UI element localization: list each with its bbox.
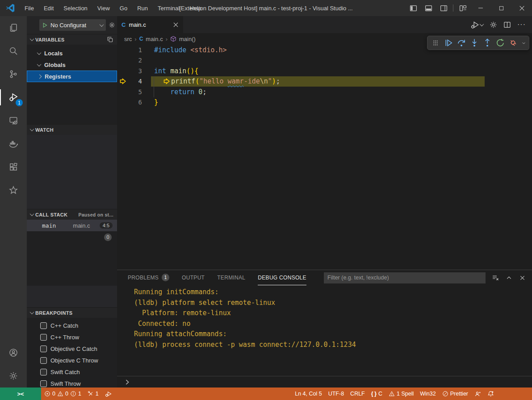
toggle-primary-sidebar-icon[interactable] xyxy=(406,0,421,16)
breakpoint-checkbox[interactable] xyxy=(40,322,47,329)
breakpoints-pane-header[interactable]: BREAKPOINTS xyxy=(27,307,117,318)
code-line[interactable]: 2 xyxy=(117,55,532,66)
code-line[interactable]: 4 printf("hello wamr-ide\n"); xyxy=(117,76,532,87)
copy-icon[interactable] xyxy=(107,36,113,43)
split-editor-icon[interactable] xyxy=(503,21,511,29)
menu-terminal[interactable]: Terminal xyxy=(153,0,184,16)
toggle-secondary-sidebar-icon[interactable] xyxy=(436,0,451,16)
spell-checker-item[interactable]: 1 Spell xyxy=(385,391,417,397)
activity-item-extensions[interactable] xyxy=(0,155,27,179)
platform-item[interactable]: Win32 xyxy=(417,391,439,397)
variables-pane-header[interactable]: VARIABLES xyxy=(27,34,117,45)
variables-item-locals[interactable]: Locals xyxy=(27,47,117,59)
breakpoint-row[interactable]: C++ Catch xyxy=(27,320,117,331)
encoding-item[interactable]: UTF-8 xyxy=(325,391,347,397)
panel-tab-terminal[interactable]: TERMINAL xyxy=(217,270,245,285)
toggle-panel-icon[interactable] xyxy=(421,0,436,16)
close-panel-icon[interactable] xyxy=(517,272,528,283)
close-window-button[interactable] xyxy=(511,0,532,16)
maximize-button[interactable] xyxy=(491,0,511,16)
call-stack-pane-header[interactable]: CALL STACK Paused on st... xyxy=(27,209,117,220)
activity-item-settings-gear[interactable] xyxy=(0,364,27,388)
tools-status-item[interactable]: 1 xyxy=(84,388,102,400)
menu-edit[interactable]: Edit xyxy=(39,0,59,16)
code-line[interactable]: 5 return 0; xyxy=(117,87,532,97)
breakpoint-row[interactable]: Swift Throw xyxy=(27,378,117,388)
breadcrumb-file[interactable]: main.c xyxy=(146,36,163,42)
console-line[interactable]: Platform: remote-linux xyxy=(134,308,532,319)
step-over-button[interactable] xyxy=(456,37,467,49)
breakpoint-row[interactable]: C++ Throw xyxy=(27,331,117,343)
code-line[interactable]: 3int main(){ xyxy=(117,66,532,76)
language-mode-item[interactable]: { } C xyxy=(368,391,385,397)
feedback-item[interactable] xyxy=(471,391,484,397)
activity-item-run-and-debug[interactable]: 1 xyxy=(0,86,27,109)
debug-console-output[interactable]: Running initCommands:(lldb) platform sel… xyxy=(117,285,532,376)
breakpoint-checkbox[interactable] xyxy=(40,346,47,352)
console-line[interactable]: (lldb) process connect -p wasm connect:/… xyxy=(134,340,532,350)
disconnect-button[interactable] xyxy=(507,37,519,49)
thread-row[interactable]: 0 xyxy=(27,231,117,243)
continue-button[interactable] xyxy=(443,37,454,49)
close-tab-icon[interactable] xyxy=(173,22,179,28)
panel-tab-output[interactable]: OUTPUT xyxy=(182,270,205,285)
activity-item-star[interactable] xyxy=(0,179,27,202)
debug-current-line-arrow-icon[interactable] xyxy=(117,78,129,85)
start-debug-icon[interactable] xyxy=(42,22,48,28)
debug-console-input[interactable] xyxy=(117,376,532,388)
watch-pane-header[interactable]: WATCH xyxy=(27,124,117,135)
debug-status-item[interactable] xyxy=(102,388,115,400)
breakpoint-checkbox[interactable] xyxy=(40,369,47,375)
breadcrumb-folder[interactable]: src xyxy=(124,36,132,42)
cursor-position-item[interactable]: Ln 4, Col 5 xyxy=(292,391,325,397)
activity-item-remote-explorer[interactable] xyxy=(0,109,27,132)
activity-item-docker[interactable] xyxy=(0,132,27,155)
variables-item-registers[interactable]: Registers xyxy=(27,71,117,82)
breakpoint-checkbox[interactable] xyxy=(40,334,47,341)
run-or-debug-button[interactable] xyxy=(471,21,483,29)
more-actions-icon[interactable]: ··· xyxy=(517,21,526,29)
menu-run[interactable]: Run xyxy=(132,0,153,16)
activity-item-account[interactable] xyxy=(0,341,27,364)
debug-settings-gear-icon[interactable] xyxy=(109,21,115,29)
activity-item-explorer[interactable] xyxy=(0,16,27,39)
minimize-button[interactable] xyxy=(470,0,491,16)
panel-tab-debug-console[interactable]: DEBUG CONSOLE xyxy=(258,270,306,285)
breakpoint-checkbox[interactable] xyxy=(40,380,47,387)
activity-item-source-control[interactable] xyxy=(0,62,27,86)
restart-button[interactable] xyxy=(494,37,506,49)
console-line[interactable]: Connected: no xyxy=(134,319,532,329)
console-line[interactable]: Running attachCommands: xyxy=(134,329,532,340)
console-line[interactable]: Running initCommands: xyxy=(134,287,532,298)
breakpoint-row[interactable]: Swift Catch xyxy=(27,366,117,378)
remote-indicator[interactable]: >< xyxy=(0,388,41,400)
menu-go[interactable]: Go xyxy=(115,0,132,16)
menu-file[interactable]: File xyxy=(20,0,39,16)
eol-item[interactable]: CRLF xyxy=(347,391,368,397)
maximize-panel-icon[interactable] xyxy=(503,272,514,283)
editor-tab-main-c[interactable]: C main.c xyxy=(117,16,183,33)
formatter-item[interactable]: Prettier xyxy=(439,391,471,397)
step-into-button[interactable] xyxy=(469,37,480,49)
breakpoint-checkbox[interactable] xyxy=(40,357,47,364)
problems-status-item[interactable]: 0 0 1 xyxy=(41,388,84,400)
breakpoint-row[interactable]: Objective C Throw xyxy=(27,354,117,366)
debug-console-filter-input[interactable] xyxy=(324,272,486,283)
activity-item-search[interactable] xyxy=(0,39,27,62)
menu-help[interactable]: Help xyxy=(184,0,206,16)
menu-view[interactable]: View xyxy=(92,0,115,16)
customize-layout-icon[interactable] xyxy=(455,0,470,16)
debug-configuration-dropdown[interactable]: No Configurat xyxy=(39,19,106,31)
breakpoint-row[interactable]: Objective C Catch xyxy=(27,343,117,354)
step-out-button[interactable] xyxy=(482,37,493,49)
console-line[interactable]: (lldb) platform select remote-linux xyxy=(134,298,532,308)
chevron-down-icon[interactable] xyxy=(520,37,527,49)
clear-console-icon[interactable] xyxy=(490,272,501,283)
stack-frame-row[interactable]: main main.c 4:5 xyxy=(27,220,117,231)
variables-item-globals[interactable]: Globals xyxy=(27,59,117,71)
code-line[interactable]: 6} xyxy=(117,97,532,108)
settings-gear-icon[interactable] xyxy=(490,21,497,29)
panel-tab-problems[interactable]: PROBLEMS1 xyxy=(128,270,169,285)
notifications-item[interactable] xyxy=(484,391,497,397)
code-editor[interactable]: 1#include <stdio.h>23int main(){4 printf… xyxy=(117,45,532,270)
